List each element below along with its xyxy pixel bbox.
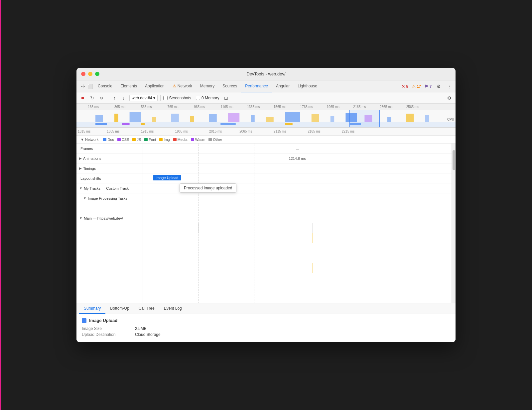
svg-rect-9 [266, 117, 274, 122]
track-my-tracks[interactable]: ▼ My Tracks — Custom Track [76, 183, 143, 193]
record-button[interactable]: ⏺ [79, 94, 86, 102]
upload-icon[interactable]: ↑ [111, 94, 118, 102]
legend-dot-doc [103, 138, 106, 141]
tab-event-log[interactable]: Event Log [159, 303, 187, 314]
warning-badge: ⚠ 17 [412, 84, 421, 89]
main-flame-3 [143, 253, 452, 263]
settings-toolbar-icon[interactable]: ⚙ [446, 94, 453, 102]
main-flame-6 [143, 283, 452, 293]
tab-memory[interactable]: Memory [196, 80, 218, 92]
tab-performance[interactable]: Performance [241, 80, 272, 92]
track-animations[interactable]: ▶ Animations [76, 154, 143, 163]
close-button[interactable] [81, 72, 85, 76]
error-badge: ✕ 5 [401, 84, 408, 89]
title-bar: DevTools - web.dev/ [76, 68, 456, 80]
capture-icon[interactable]: ⊡ [222, 94, 230, 102]
ruler-mark-10: 2165 ms [353, 105, 366, 109]
settings-icon[interactable]: ⚙ [435, 83, 442, 90]
track-spacer-9 [76, 293, 143, 303]
bottom-panel: Summary Bottom-Up Call Tree Event Log Im… [76, 303, 456, 342]
memory-checkbox-group: 0 Memory [196, 96, 219, 100]
timeline-tracks[interactable]: CPU NET [76, 110, 456, 128]
svg-rect-18 [95, 123, 107, 125]
tab-call-tree[interactable]: Call Tree [134, 303, 159, 314]
track-timings[interactable]: ▶ Timings [76, 163, 143, 173]
summary-row-0: Image Size 2.5MB [82, 326, 450, 331]
timings-row[interactable]: Image Upload Processed image uploaded [143, 173, 452, 183]
tab-bottom-up[interactable]: Bottom-Up [105, 303, 134, 314]
track-spacer-3 [76, 233, 143, 243]
svg-rect-8 [251, 115, 254, 122]
devtools-window: DevTools - web.dev/ ⊹ ⬜ Console Elements… [76, 68, 456, 342]
scrollbar-thumb[interactable] [453, 150, 455, 170]
legend-wasm: Wasm [191, 138, 205, 142]
svg-rect-16 [406, 114, 414, 122]
tab-summary[interactable]: Summary [79, 303, 105, 314]
svg-rect-1 [114, 114, 118, 122]
ruler-mark-3: 765 ms [168, 105, 179, 109]
window-title: DevTools - web.dev/ [246, 71, 285, 76]
network-expand-icon[interactable]: ▼ Network [79, 138, 100, 142]
tab-network[interactable]: ⚠ Network [169, 80, 196, 92]
main-flame-2 [143, 243, 452, 253]
tab-elements[interactable]: Elements [116, 80, 141, 92]
expand-icon-image-processing: ▼ [83, 196, 86, 200]
scrollbar[interactable] [452, 144, 456, 303]
memory-checkbox[interactable] [196, 96, 200, 100]
svg-rect-11 [312, 114, 319, 122]
frames-time-value: 1214.8 ms [289, 156, 306, 160]
track-frames[interactable]: Frames [76, 144, 143, 154]
tab-lighthouse[interactable]: Lighthouse [294, 80, 321, 92]
svg-rect-2 [130, 112, 141, 122]
separator1 [108, 95, 108, 101]
ruler-mark-9: 1965 ms [327, 105, 339, 109]
devtools-body: ⊹ ⬜ Console Elements Application ⚠ Netwo… [76, 80, 456, 342]
my-tracks-row [143, 193, 452, 203]
expand-icon-animations: ▶ [79, 156, 82, 160]
ruler-bottom-8: 2215 ms [342, 130, 354, 133]
ruler-mark-0: 165 ms [88, 105, 99, 109]
tab-application[interactable]: Application [141, 80, 169, 92]
download-icon[interactable]: ↓ [120, 94, 127, 102]
legend-dot-other [208, 138, 212, 141]
svg-rect-14 [364, 115, 372, 122]
inspector-icon[interactable]: ⊹ [79, 83, 86, 90]
legend-dot-js [132, 138, 136, 141]
ruler-mark-2: 565 ms [141, 105, 152, 109]
traffic-lights [81, 72, 99, 76]
cpu-track [76, 110, 456, 122]
tab-right-icons: ✕ 5 ⚠ 17 ⚑ 7 ⚙ ⋮ [401, 83, 453, 90]
legend-css: CSS [117, 138, 129, 142]
track-main[interactable]: ▼ Main — https://web.dev/ [76, 213, 143, 223]
more-icon[interactable]: ⋮ [446, 83, 453, 90]
screenshots-checkbox[interactable] [163, 96, 168, 100]
timeline-overview[interactable]: 165 ms 365 ms 565 ms 765 ms 965 ms 1165 … [76, 104, 456, 128]
svg-rect-7 [228, 113, 239, 122]
clear-button[interactable]: ⊘ [98, 94, 105, 102]
image-upload-pill[interactable]: Image Upload [153, 175, 181, 180]
track-layout-shifts[interactable]: Layout shifts [76, 173, 143, 183]
image-processing-row [143, 203, 452, 213]
main-flame-4 [143, 263, 452, 273]
ruler-mark-11: 2365 ms [380, 105, 392, 109]
track-image-processing[interactable]: ▼ Image Processing Tasks [76, 193, 143, 203]
yellow-line-2 [313, 263, 313, 273]
tab-sources[interactable]: Sources [218, 80, 241, 92]
main-vertical-1 [199, 223, 199, 233]
right-timeline[interactable]: ... 1214.8 ms Image Upload Processed ima… [143, 144, 452, 303]
legend-dot-css [117, 138, 121, 141]
svg-rect-12 [331, 116, 334, 122]
tab-console[interactable]: Console [94, 80, 116, 92]
track-spacer-7 [76, 273, 143, 283]
tab-angular[interactable]: Angular [272, 80, 294, 92]
ruler-mark-5: 1165 ms [220, 105, 233, 109]
minimize-button[interactable] [88, 72, 92, 76]
ruler-mark-8: 1765 ms [300, 105, 313, 109]
profile-selector[interactable]: web.dev #4 ▾ [129, 95, 158, 101]
ruler-bottom-1: 1865 ms [107, 130, 119, 133]
maximize-button[interactable] [95, 72, 99, 76]
reload-button[interactable]: ↻ [88, 94, 96, 102]
expand-icon-main: ▼ [79, 216, 82, 220]
bottom-tabs: Summary Bottom-Up Call Tree Event Log [76, 303, 456, 314]
device-icon[interactable]: ⬜ [86, 83, 94, 90]
